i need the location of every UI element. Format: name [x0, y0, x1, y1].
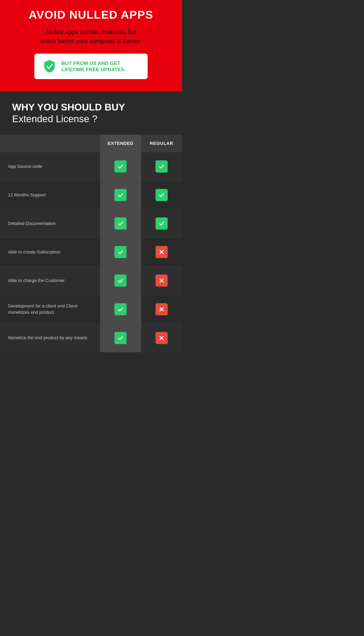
table-row: Monetize the end product by any means: [0, 324, 182, 352]
feature-cell: Able to create Subscrption: [0, 238, 100, 266]
cross-icon: [156, 332, 168, 344]
table-section: EXTENDED REGULAR App Source code 12 Mont…: [0, 131, 182, 352]
regular-cell: [141, 152, 182, 181]
feature-cell: 12 Months Support: [0, 181, 100, 209]
promo-text: BUY FROM US AND GET LIFETIME FREE UPDATE…: [62, 60, 126, 72]
cross-icon: [156, 246, 168, 258]
shield-icon: [42, 59, 56, 74]
feature-cell: Able to charge the Customer: [0, 266, 100, 295]
check-icon: [114, 274, 126, 287]
extended-cell: [100, 295, 141, 324]
extended-cell: [100, 209, 141, 238]
extended-cell: [100, 152, 141, 181]
feature-cell: Detailed Documentation: [0, 209, 100, 238]
check-icon: [156, 218, 168, 230]
cross-icon: [156, 274, 168, 287]
promo-box: BUY FROM US AND GET LIFETIME FREE UPDATE…: [34, 54, 148, 79]
feature-cell: Monetize the end product by any means: [0, 324, 100, 352]
col-extended-header: EXTENDED: [100, 135, 141, 152]
check-icon: [156, 160, 168, 172]
regular-cell: [141, 324, 182, 352]
extended-cell: [100, 266, 141, 295]
extended-cell: [100, 181, 141, 209]
regular-cell: [141, 238, 182, 266]
check-icon: [114, 332, 126, 344]
cross-icon: [156, 303, 168, 315]
feature-cell: Development for a client and Client mone…: [0, 295, 100, 324]
page-title: AVOID NULLED APPS: [12, 8, 170, 21]
comparison-table: EXTENDED REGULAR App Source code 12 Mont…: [0, 135, 182, 352]
check-icon: [114, 218, 126, 230]
check-icon: [114, 246, 126, 258]
subtitle: Nulled apps contain malicious file which…: [12, 27, 170, 46]
table-row: Able to create Subscrption: [0, 238, 182, 266]
col-feature-header: [0, 135, 100, 152]
regular-cell: [141, 295, 182, 324]
check-icon: [114, 189, 126, 201]
check-icon: [156, 189, 168, 201]
extended-cell: [100, 324, 141, 352]
regular-cell: [141, 181, 182, 209]
table-row: Able to charge the Customer: [0, 266, 182, 295]
check-icon: [114, 303, 126, 315]
why-title: WHY YOU SHOULD BUY Extended License ?: [12, 101, 170, 124]
col-regular-header: REGULAR: [141, 135, 182, 152]
regular-cell: [141, 209, 182, 238]
feature-cell: App Source code: [0, 152, 100, 181]
header-section: AVOID NULLED APPS Nulled apps contain ma…: [0, 0, 182, 91]
why-section: WHY YOU SHOULD BUY Extended License ?: [0, 91, 182, 131]
table-row: Development for a client and Client mone…: [0, 295, 182, 324]
table-row: 12 Months Support: [0, 181, 182, 209]
check-icon: [114, 160, 126, 172]
table-row: Detailed Documentation: [0, 209, 182, 238]
table-row: App Source code: [0, 152, 182, 181]
extended-cell: [100, 238, 141, 266]
regular-cell: [141, 266, 182, 295]
